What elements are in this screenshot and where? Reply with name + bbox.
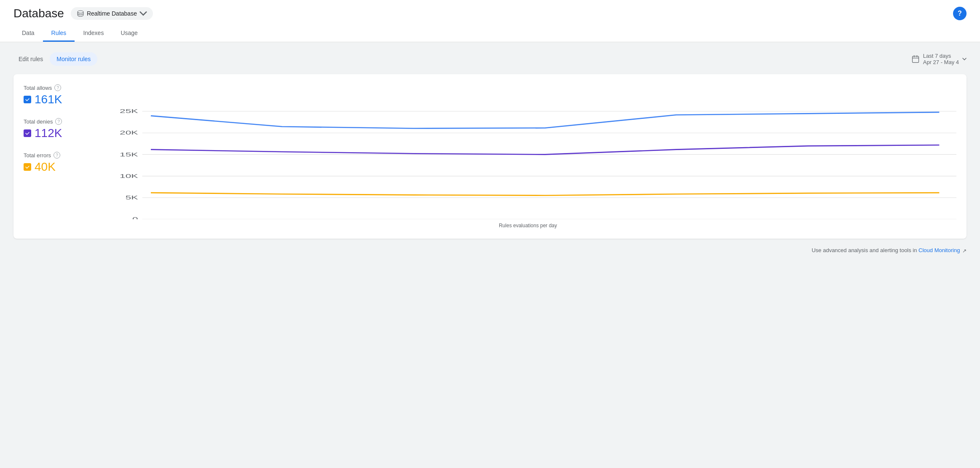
chart-svg-wrap: 25K 20K 15K 10K 5K 0 Apr 28 Apr 29 Apr 3… bbox=[99, 84, 956, 219]
legend-value-allows: 161K bbox=[24, 93, 91, 106]
top-bar: Database Realtime Database ? Data Rules … bbox=[0, 0, 980, 42]
tab-indexes[interactable]: Indexes bbox=[75, 25, 112, 42]
monitor-rules-button[interactable]: Monitor rules bbox=[50, 52, 97, 66]
page-title: Database bbox=[13, 7, 64, 20]
svg-text:15K: 15K bbox=[120, 151, 138, 157]
denies-line bbox=[151, 145, 939, 154]
tab-data[interactable]: Data bbox=[13, 25, 43, 42]
db-selector-label: Realtime Database bbox=[87, 10, 137, 17]
allows-checkbox[interactable] bbox=[24, 96, 31, 103]
chart-svg: 25K 20K 15K 10K 5K 0 Apr 28 Apr 29 Apr 3… bbox=[99, 84, 956, 219]
legend-value-denies: 112K bbox=[24, 126, 91, 140]
chart-x-label: Rules evaluations per day bbox=[99, 223, 956, 229]
top-row: Database Realtime Database ? bbox=[13, 7, 967, 20]
cloud-monitoring-link[interactable]: Cloud Monitoring bbox=[918, 247, 960, 253]
legend-allows-text: Total allows bbox=[24, 85, 52, 91]
date-chevron-icon bbox=[962, 58, 967, 60]
chart-card: Total allows ? 161K bbox=[13, 74, 967, 239]
date-range-text: Last 7 days Apr 27 - May 4 bbox=[923, 53, 959, 65]
check-icon bbox=[25, 97, 30, 102]
legend-label-errors: Total errors ? bbox=[24, 152, 91, 159]
denies-help-icon[interactable]: ? bbox=[55, 118, 62, 125]
date-range-line1: Last 7 days bbox=[923, 53, 959, 59]
footer-note: Use advanced analysis and alerting tools… bbox=[13, 247, 967, 254]
database-icon bbox=[77, 10, 84, 17]
legend-value-errors: 40K bbox=[24, 160, 91, 174]
denies-checkbox[interactable] bbox=[24, 129, 31, 137]
db-selector-button[interactable]: Realtime Database bbox=[71, 7, 153, 20]
date-range-line2: Apr 27 - May 4 bbox=[923, 59, 959, 65]
chart-area: 25K 20K 15K 10K 5K 0 Apr 28 Apr 29 Apr 3… bbox=[99, 84, 956, 229]
legend-item-errors: Total errors ? 40K bbox=[24, 152, 91, 174]
svg-text:20K: 20K bbox=[120, 130, 138, 136]
allows-help-icon[interactable]: ? bbox=[54, 84, 61, 91]
legend-item-denies: Total denies ? 112K bbox=[24, 118, 91, 140]
allows-line bbox=[151, 112, 939, 128]
legend-label-denies: Total denies ? bbox=[24, 118, 91, 125]
legend-errors-text: Total errors bbox=[24, 152, 51, 159]
chevron-down-icon bbox=[139, 10, 147, 17]
chart-layout: Total allows ? 161K bbox=[24, 84, 956, 229]
legend-label-allows: Total allows ? bbox=[24, 84, 91, 91]
main-content: Edit rules Monitor rules Last 7 days Apr… bbox=[0, 42, 980, 264]
tab-usage[interactable]: Usage bbox=[112, 25, 146, 42]
legend-item-allows: Total allows ? 161K bbox=[24, 84, 91, 106]
help-button[interactable]: ? bbox=[953, 7, 967, 20]
svg-text:10K: 10K bbox=[120, 173, 138, 179]
legend-denies-text: Total denies bbox=[24, 118, 53, 125]
date-range-selector[interactable]: Last 7 days Apr 27 - May 4 bbox=[911, 53, 967, 65]
tabs-nav: Data Rules Indexes Usage bbox=[13, 25, 967, 42]
svg-text:5K: 5K bbox=[126, 194, 138, 200]
tab-rules[interactable]: Rules bbox=[43, 25, 75, 42]
errors-line bbox=[151, 193, 939, 195]
check-icon-2 bbox=[25, 131, 30, 136]
external-link-icon: ↗ bbox=[962, 248, 967, 254]
errors-help-icon[interactable]: ? bbox=[54, 152, 60, 159]
edit-rules-button[interactable]: Edit rules bbox=[13, 52, 48, 66]
footer-text: Use advanced analysis and alerting tools… bbox=[811, 247, 918, 253]
errors-value: 40K bbox=[35, 160, 56, 174]
chart-legend: Total allows ? 161K bbox=[24, 84, 99, 229]
toolbar: Edit rules Monitor rules Last 7 days Apr… bbox=[13, 52, 967, 66]
svg-rect-0 bbox=[912, 56, 918, 62]
denies-value: 112K bbox=[35, 126, 62, 140]
calendar-icon bbox=[911, 55, 920, 63]
errors-checkbox[interactable] bbox=[24, 163, 31, 171]
svg-text:0: 0 bbox=[132, 216, 138, 219]
check-icon-3 bbox=[25, 164, 30, 169]
svg-text:25K: 25K bbox=[120, 108, 138, 114]
allows-value: 161K bbox=[35, 93, 62, 106]
